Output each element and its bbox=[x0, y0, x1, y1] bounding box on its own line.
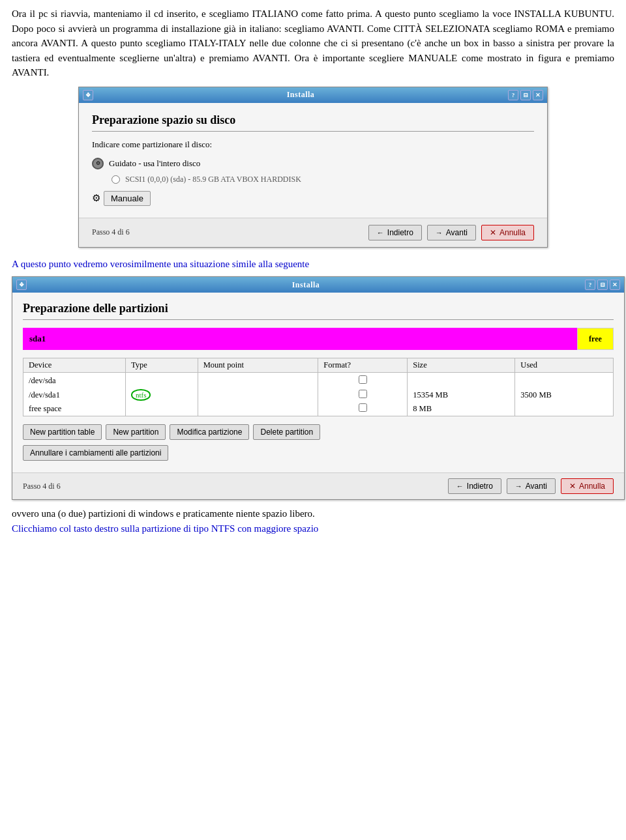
window2-icon-left: ❖ bbox=[16, 280, 27, 290]
window2: ❖ Installa ? ⊟ ✕ Preparazione delle part… bbox=[12, 276, 625, 500]
window1-help-btn[interactable]: ? bbox=[508, 90, 518, 100]
cell-size bbox=[408, 373, 515, 388]
cell-type bbox=[125, 373, 198, 388]
window1-option2-row[interactable]: SCSI1 (0,0,0) (sda) - 85.9 GB ATA VBOX H… bbox=[112, 175, 534, 184]
forward-arrow-icon: → bbox=[515, 482, 522, 490]
new-partition-table-button[interactable]: New partition table bbox=[23, 424, 102, 440]
action-buttons-row2: Annullare i cambiamenti alle partizioni bbox=[23, 445, 614, 461]
col-type: Type bbox=[125, 358, 198, 373]
window2-help-btn[interactable]: ? bbox=[585, 280, 595, 290]
cancel-x-icon: ✕ bbox=[490, 228, 496, 237]
cell-device: /dev/sda bbox=[23, 373, 126, 388]
window1-close-btn[interactable]: ✕ bbox=[533, 90, 543, 100]
window1-step: Passo 4 di 6 bbox=[92, 227, 130, 237]
window1-title: Installa bbox=[93, 90, 508, 100]
window1-option1-row: ⚙ Guidato - usa l'intero disco bbox=[92, 158, 534, 169]
option2-label: SCSI1 (0,0,0) (sda) - 85.9 GB ATA VBOX H… bbox=[125, 175, 301, 184]
new-partition-button[interactable]: New partition bbox=[106, 424, 166, 440]
window1-icon-left: ❖ bbox=[83, 90, 93, 100]
col-mount: Mount point bbox=[198, 358, 318, 373]
cell-size: 15354 MB bbox=[408, 388, 515, 402]
window2-restore-btn[interactable]: ⊟ bbox=[597, 280, 608, 290]
back-label: Indietro bbox=[387, 228, 413, 237]
forward-label: Avanti bbox=[526, 482, 547, 491]
modifica-button[interactable]: Modifica partizione bbox=[170, 424, 249, 440]
cell-mount bbox=[198, 388, 318, 402]
delete-partition-button[interactable]: Delete partition bbox=[253, 424, 320, 440]
back-arrow-icon: ← bbox=[456, 482, 464, 490]
cancel-label: Annulla bbox=[579, 482, 605, 491]
cell-format[interactable] bbox=[318, 373, 408, 388]
window1-forward-button[interactable]: → Avanti bbox=[427, 225, 476, 240]
window2-title: Installa bbox=[27, 280, 585, 290]
window1-heading: Preparazione spazio su disco bbox=[92, 113, 534, 127]
cell-type bbox=[125, 402, 198, 416]
window1-manuale-row: ⚙ Manuale bbox=[92, 191, 534, 206]
outro-text: ovvero una (o due) partizioni di windows… bbox=[12, 506, 614, 536]
window2-forward-button[interactable]: → Avanti bbox=[507, 478, 556, 494]
window2-back-button[interactable]: ← Indietro bbox=[448, 478, 501, 494]
table-row: /dev/sda bbox=[23, 373, 614, 388]
partition-table: Device Type Mount point Format? Size Use… bbox=[23, 358, 614, 416]
back-label: Indietro bbox=[467, 482, 493, 491]
intro-paragraph: Ora il pc si riavvia, manteniamo il cd i… bbox=[12, 7, 614, 80]
forward-label: Avanti bbox=[446, 228, 468, 237]
window2-step: Passo 4 di 6 bbox=[23, 482, 61, 491]
cell-mount bbox=[198, 402, 318, 416]
window1-footer-buttons: ← Indietro → Avanti ✕ Annulla bbox=[368, 225, 534, 240]
format-checkbox[interactable] bbox=[359, 375, 367, 384]
cell-used bbox=[515, 373, 614, 388]
col-device: Device bbox=[23, 358, 126, 373]
cell-used: 3500 MB bbox=[515, 388, 614, 402]
manuale-gear-icon: ⚙ bbox=[92, 192, 100, 204]
outro-text2: Clicchiamo col tasto destro sulla partiz… bbox=[12, 523, 318, 534]
window2-titlebar: ❖ Installa ? ⊟ ✕ bbox=[12, 277, 624, 293]
window1-cancel-button[interactable]: ✕ Annulla bbox=[481, 225, 534, 240]
annullare-button[interactable]: Annullare i cambiamenti alle partizioni bbox=[23, 445, 168, 461]
cell-mount bbox=[198, 373, 318, 388]
cancel-label: Annulla bbox=[499, 228, 526, 237]
cell-format[interactable] bbox=[318, 402, 408, 416]
window2-body: Preparazione delle partizioni sda1 free … bbox=[12, 293, 624, 472]
window1-body: Preparazione spazio su disco Indicare co… bbox=[79, 103, 547, 218]
window1-footer: Passo 4 di 6 ← Indietro → Avanti ✕ Annul… bbox=[79, 218, 547, 247]
outro-text1: ovvero una (o due) partizioni di windows… bbox=[12, 508, 315, 519]
window1-restore-btn[interactable]: ⊟ bbox=[520, 90, 531, 100]
col-size: Size bbox=[408, 358, 515, 373]
col-used: Used bbox=[515, 358, 614, 373]
action-buttons: New partition table New partition Modifi… bbox=[23, 424, 614, 440]
cell-format[interactable] bbox=[318, 388, 408, 402]
format-checkbox[interactable] bbox=[359, 403, 367, 412]
window2-cancel-button[interactable]: ✕ Annulla bbox=[561, 478, 614, 494]
partition-bar: sda1 free bbox=[23, 328, 614, 350]
table-row: /dev/sda1 ntfs 15354 MB 3500 MB bbox=[23, 388, 614, 402]
cell-used bbox=[515, 402, 614, 416]
option1-gear-icon: ⚙ bbox=[92, 158, 104, 169]
window1-back-button[interactable]: ← Indietro bbox=[368, 225, 422, 240]
window2-footer: Passo 4 di 6 ← Indietro → Avanti ✕ Annul… bbox=[12, 472, 624, 499]
window2-close-btn[interactable]: ✕ bbox=[610, 280, 620, 290]
window2-footer-buttons: ← Indietro → Avanti ✕ Annulla bbox=[448, 478, 614, 494]
col-format: Format? bbox=[318, 358, 408, 373]
option2-radio[interactable] bbox=[112, 175, 120, 184]
format-checkbox[interactable] bbox=[359, 390, 367, 398]
partition-bar-sda1: sda1 bbox=[23, 328, 577, 350]
cell-size: 8 MB bbox=[408, 402, 515, 416]
middle-text: A questo punto vedremo verosimilmente un… bbox=[12, 257, 614, 272]
manuale-button[interactable]: Manuale bbox=[104, 191, 151, 206]
ntfs-badge: ntfs bbox=[131, 389, 151, 401]
window1-subtitle: Indicare come partizionare il disco: bbox=[92, 139, 534, 150]
cell-device: /dev/sda1 bbox=[23, 388, 126, 402]
window2-heading: Preparazione delle partizioni bbox=[23, 302, 614, 315]
partition-bar-free: free bbox=[577, 328, 614, 350]
table-row: free space 8 MB bbox=[23, 402, 614, 416]
cancel-x-icon: ✕ bbox=[569, 482, 576, 491]
window1: ❖ Installa ? ⊟ ✕ Preparazione spazio su … bbox=[78, 87, 548, 248]
option1-label[interactable]: Guidato - usa l'intero disco bbox=[109, 158, 200, 169]
window1-titlebar: ❖ Installa ? ⊟ ✕ bbox=[79, 87, 547, 103]
forward-arrow-icon: → bbox=[436, 229, 443, 237]
cell-device: free space bbox=[23, 402, 126, 416]
cell-type: ntfs bbox=[125, 388, 198, 402]
back-arrow-icon: ← bbox=[377, 229, 384, 237]
